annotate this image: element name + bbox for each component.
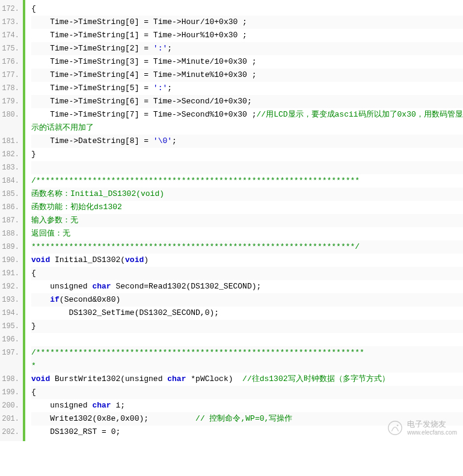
code-line: Time->DateString[8] = '\0'; bbox=[31, 135, 463, 148]
line-number: 188. bbox=[0, 227, 23, 240]
code-line: Time->TimeString[6] = Time->Second/10+0x… bbox=[31, 95, 463, 108]
line-number: 183. bbox=[0, 161, 23, 174]
line-number: 202. bbox=[0, 426, 23, 439]
line-number: 181. bbox=[0, 135, 23, 148]
logo-icon bbox=[387, 420, 403, 436]
line-number: 192. bbox=[0, 280, 23, 293]
line-number: 186. bbox=[0, 201, 23, 214]
code-line: void BurstWrite1302(unsigned char *pWClo… bbox=[31, 373, 463, 386]
line-number: 191. bbox=[0, 267, 23, 280]
line-number: 174. bbox=[0, 29, 23, 42]
line-number: 197. bbox=[0, 346, 23, 373]
code-line: Time->TimeString[5] = ':'; bbox=[31, 82, 463, 95]
line-number: 195. bbox=[0, 320, 23, 333]
watermark-title: 电子发烧友 bbox=[407, 420, 457, 429]
line-number: 180. bbox=[0, 108, 23, 135]
line-number: 172. bbox=[0, 2, 23, 16]
code-line: /***************************************… bbox=[31, 174, 463, 188]
code-line: } bbox=[31, 148, 463, 161]
line-number: 200. bbox=[0, 399, 23, 412]
code-container: 172.173.174.175.176.177.178.179.180.181.… bbox=[0, 0, 463, 441]
code-line bbox=[31, 161, 463, 174]
line-number: 193. bbox=[0, 293, 23, 307]
line-number: 187. bbox=[0, 214, 23, 227]
line-number: 199. bbox=[0, 386, 23, 399]
code-line: unsigned char i; bbox=[31, 399, 463, 412]
code-line: 函数功能：初始化ds1302 bbox=[31, 201, 463, 214]
code-area: { Time->TimeString[0] = Time->Hour/10+0x… bbox=[25, 0, 463, 441]
line-number-gutter: 172.173.174.175.176.177.178.179.180.181.… bbox=[0, 0, 25, 441]
code-line: { bbox=[31, 386, 463, 399]
line-number: 194. bbox=[0, 307, 23, 320]
code-line: { bbox=[31, 267, 463, 280]
code-line bbox=[31, 333, 463, 346]
code-line: Time->TimeString[2] = ':'; bbox=[31, 42, 463, 55]
svg-point-1 bbox=[397, 424, 399, 426]
line-number: 176. bbox=[0, 55, 23, 69]
code-line: unsigned char Second=Read1302(DS1302_SEC… bbox=[31, 280, 463, 293]
line-number: 201. bbox=[0, 412, 23, 426]
code-line: /***************************************… bbox=[31, 346, 463, 373]
line-number: 173. bbox=[0, 16, 23, 29]
code-line: { bbox=[31, 2, 463, 16]
code-line: 函数名称：Initial_DS1302(void) bbox=[31, 188, 463, 201]
code-line: Time->TimeString[1] = Time->Hour%10+0x30… bbox=[31, 29, 463, 42]
code-line: Time->TimeString[3] = Time->Minute/10+0x… bbox=[31, 55, 463, 69]
line-number: 196. bbox=[0, 333, 23, 346]
watermark-url: www.elecfans.com bbox=[407, 429, 457, 436]
line-number: 190. bbox=[0, 254, 23, 267]
line-number: 177. bbox=[0, 69, 23, 82]
code-line: 返回值：无 bbox=[31, 227, 463, 240]
line-number: 178. bbox=[0, 82, 23, 95]
line-number: 185. bbox=[0, 188, 23, 201]
code-line: ****************************************… bbox=[31, 240, 463, 254]
code-line: Time->TimeString[7] = Time->Second%10+0x… bbox=[31, 108, 463, 135]
line-number: 189. bbox=[0, 240, 23, 254]
code-line: Time->TimeString[4] = Time->Minute%10+0x… bbox=[31, 69, 463, 82]
code-line: 输入参数：无 bbox=[31, 214, 463, 227]
line-number: 198. bbox=[0, 373, 23, 386]
code-line: if(Second&0x80) bbox=[31, 293, 463, 307]
code-line: DS1302_SetTime(DS1302_SECOND,0); bbox=[31, 307, 463, 320]
watermark-text: 电子发烧友 www.elecfans.com bbox=[407, 420, 457, 436]
line-number: 179. bbox=[0, 95, 23, 108]
line-number: 184. bbox=[0, 174, 23, 188]
code-line: void Initial_DS1302(void) bbox=[31, 254, 463, 267]
code-line: } bbox=[31, 320, 463, 333]
svg-point-0 bbox=[388, 421, 402, 435]
line-number: 175. bbox=[0, 42, 23, 55]
line-number: 182. bbox=[0, 148, 23, 161]
watermark: 电子发烧友 www.elecfans.com bbox=[387, 420, 457, 436]
code-line: Time->TimeString[0] = Time->Hour/10+0x30… bbox=[31, 16, 463, 29]
